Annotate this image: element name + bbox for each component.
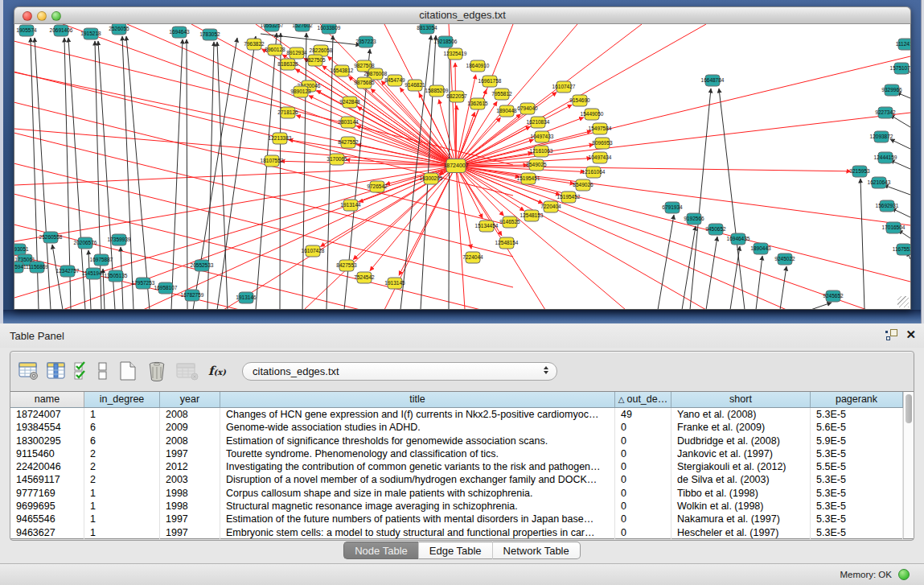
table-cell[interactable]: 5.3E-5 [811,447,903,460]
table-cell[interactable]: Estimation of significance thresholds fo… [220,435,615,447]
column-header-title[interactable]: title [220,392,615,407]
table-row[interactable]: 2242004622012Investigating the contribut… [10,460,903,473]
table-cell[interactable]: 5.6E-5 [811,421,903,434]
tab-network-table[interactable]: Network Table [492,542,581,559]
table-cell[interactable]: 9463627 [10,526,84,539]
table-cell[interactable]: 18300295 [10,435,84,447]
table-cell[interactable]: 1997 [160,513,220,525]
table-cell[interactable]: Tibbo et al. (1998) [671,487,811,500]
table-cell[interactable]: 5.3E-5 [811,513,903,525]
delete-table-button[interactable] [171,359,203,383]
table-cell[interactable]: Tourette syndrome. Phenomenology and cla… [220,447,615,460]
table-cell[interactable]: 2008 [160,408,220,421]
close-panel-icon[interactable]: ✕ [906,328,916,341]
table-cell[interactable]: 5.5E-5 [811,460,903,473]
table-cell[interactable]: 1998 [160,487,220,500]
table-cell[interactable]: 5.3E-5 [811,408,903,421]
table-cell[interactable]: 5.3E-5 [811,487,903,500]
table-cell[interactable]: 2012 [160,460,220,473]
table-cell[interactable]: Dudbridge et al. (2008) [671,435,811,447]
column-header-out_de[interactable]: △out_de… [615,392,671,407]
table-cell[interactable]: 19384554 [10,421,84,434]
column-header-short[interactable]: short [671,392,811,407]
table-row[interactable]: 946362711997Embryonic stem cells: a mode… [10,526,903,539]
table-selector-dropdown[interactable]: citations_edges.txt [242,362,557,381]
table-cell[interactable]: 5.3E-5 [811,473,903,486]
table-cell[interactable]: Structural magnetic resonance image aver… [220,500,615,513]
table-cell[interactable]: Franke et al. (2009) [671,421,811,434]
table-row[interactable]: 946554611997Estimation of the future num… [10,513,903,525]
table-row[interactable]: 1938455462009Genome-wide association stu… [10,421,903,434]
table-cell[interactable]: 0 [615,513,671,525]
table-cell[interactable]: Wolkin et al. (1998) [671,500,811,513]
table-cell[interactable]: 0 [615,500,671,513]
table-cell[interactable]: 1 [84,500,160,513]
table-cell[interactable]: 1 [84,526,160,539]
network-window-titlebar[interactable]: citations_edges.txt [14,6,911,24]
table-cell[interactable]: Stergiakouli et al. (2012) [671,460,811,473]
table-cell[interactable]: 2 [84,473,160,486]
close-traffic-light-button[interactable] [23,11,32,21]
table-cell[interactable]: de Silva et al. (2003) [671,473,811,486]
table-cell[interactable]: 49 [615,408,671,421]
table-cell[interactable]: 5.9E-5 [811,435,903,447]
table-options-button[interactable] [15,359,43,383]
tab-node-table[interactable]: Node Table [343,542,418,559]
table-cell[interactable]: Nakamura et al. (1997) [671,513,811,525]
table-cell[interactable]: 22420046 [10,460,84,473]
table-row[interactable]: 1872400712008Changes of HCN gene express… [10,408,903,421]
zoom-traffic-light-button[interactable] [51,11,61,21]
table-cell[interactable]: 1997 [160,526,220,539]
table-cell[interactable]: Embryonic stem cells: a model to study s… [220,526,615,539]
table-cell[interactable]: 2009 [160,421,220,434]
table-cell[interactable]: 1 [84,513,160,525]
table-cell[interactable]: Investigating the contribution of common… [220,460,615,473]
tab-edge-table[interactable]: Edge Table [418,542,492,559]
column-header-in_degree[interactable]: in_degree [84,392,160,407]
table-cell[interactable]: 9777169 [10,487,84,500]
table-cell[interactable]: Jankovic et al. (1997) [671,447,811,460]
table-cell[interactable]: 14569117 [10,473,84,486]
column-header-year[interactable]: year [160,392,220,407]
table-cell[interactable]: Hescheler et al. (1997) [671,526,811,539]
table-row[interactable]: 1456911722003Disruption of a novel membe… [10,473,903,486]
table-cell[interactable]: 0 [615,473,671,486]
table-cell[interactable]: 9699695 [10,500,84,513]
column-header-name[interactable]: name [10,392,84,407]
table-cell[interactable]: 0 [615,447,671,460]
float-panel-icon[interactable] [885,328,898,341]
table-cell[interactable]: 0 [615,526,671,539]
table-cell[interactable]: 9465546 [10,513,84,525]
table-cell[interactable]: 0 [615,487,671,500]
table-cell[interactable]: 2 [84,447,160,460]
table-cell[interactable]: 5.3E-5 [811,526,903,539]
canvas-resize-grip[interactable] [897,296,909,307]
table-cell[interactable]: Corpus callosum shape and size in male p… [220,487,615,500]
table-cell[interactable]: Changes of HCN gene expression and I(f) … [220,408,615,421]
table-cell[interactable]: 18724007 [10,408,84,421]
table-cell[interactable]: 9115460 [10,447,84,460]
network-canvas[interactable]: 7963822896012889129342822605898275058186… [14,24,911,310]
table-cell[interactable]: 0 [615,460,671,473]
table-cell[interactable]: 2003 [160,473,220,486]
column-header-pagerank[interactable]: pagerank [811,392,903,407]
table-cell[interactable]: 1998 [160,500,220,513]
select-all-button[interactable] [70,359,92,383]
table-cell[interactable]: 1997 [160,447,220,460]
table-cell[interactable]: 6 [84,435,160,447]
create-column-button[interactable] [113,359,142,383]
table-cell[interactable]: 6 [84,421,160,434]
table-cell[interactable]: 0 [615,421,671,434]
table-cell[interactable]: Yano et al. (2008) [671,408,811,421]
table-row[interactable]: 911546021997Tourette syndrome. Phenomeno… [10,447,903,460]
table-row[interactable]: 1830029562008Estimation of significance … [10,435,903,447]
minimize-traffic-light-button[interactable] [37,11,47,21]
table-cell[interactable]: 2008 [160,435,220,447]
table-cell[interactable]: 5.3E-5 [811,500,903,513]
table-cell[interactable]: Genome-wide association studies in ADHD. [220,421,615,434]
table-cell[interactable]: 1 [84,487,160,500]
clear-selection-button[interactable] [92,359,113,383]
citation-network-graph[interactable]: 7963822896012889129342822605898275058186… [14,24,910,310]
table-cell[interactable]: 1 [84,408,160,421]
table-row[interactable]: 977716911998Corpus callosum shape and si… [10,487,903,500]
